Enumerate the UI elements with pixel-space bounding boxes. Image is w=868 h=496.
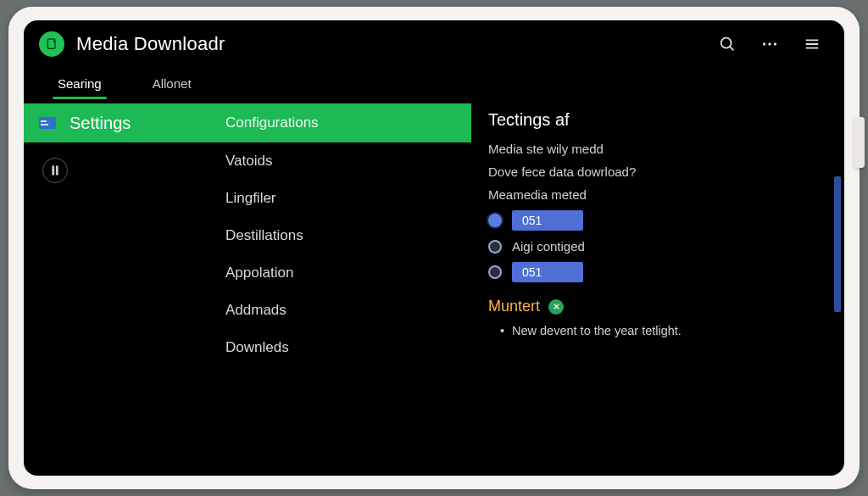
- pause-button[interactable]: [42, 158, 68, 183]
- category-downleds[interactable]: Downleds: [209, 329, 471, 366]
- menu-button[interactable]: [800, 32, 824, 56]
- category-addmads[interactable]: Addmads: [209, 292, 471, 329]
- svg-rect-7: [41, 124, 48, 125]
- tab-allonet[interactable]: Allonet: [153, 76, 192, 91]
- radio-empty-icon: [488, 240, 502, 254]
- hamburger-icon: [803, 35, 821, 53]
- option-label: Aigi contiged: [512, 239, 585, 254]
- tab-searing[interactable]: Searing: [58, 76, 102, 91]
- panel-bullet: New devent to the year tetlight.: [488, 324, 827, 337]
- x-icon: [552, 302, 561, 311]
- subheading-label: Muntert: [488, 298, 540, 315]
- panel-line: Media ste wily medd: [488, 142, 827, 156]
- svg-point-3: [768, 42, 771, 45]
- category-label: Addmads: [225, 302, 287, 319]
- radio-empty-icon: [488, 265, 502, 279]
- category-label: Lingfiler: [225, 190, 276, 207]
- category-label: Configurations: [225, 114, 319, 131]
- panel-title: Tectings af: [488, 110, 827, 130]
- sidebar: Settings: [24, 98, 209, 476]
- category-label: Downleds: [225, 339, 289, 356]
- category-label: Vatoids: [225, 153, 272, 170]
- app-screen: Media Downloadr: [24, 20, 844, 476]
- category-label: Destillations: [225, 227, 303, 244]
- category-list: Configurations Vatoids Lingfiler Destill…: [209, 98, 471, 476]
- category-appolation[interactable]: Appolation: [209, 254, 471, 292]
- body: Settings Configurations Vatoids Lingfile…: [24, 98, 844, 476]
- settings-card-icon: [37, 114, 58, 132]
- option-row[interactable]: Aigi contiged: [488, 239, 827, 254]
- tab-label: Searing: [58, 76, 102, 91]
- svg-point-4: [774, 42, 776, 45]
- device-frame: Media Downloadr: [8, 7, 860, 489]
- category-vatoids[interactable]: Vatoids: [209, 142, 471, 180]
- scrollbar-thumb[interactable]: [834, 176, 841, 312]
- pause-icon: [46, 161, 64, 180]
- tab-label: Allonet: [153, 76, 192, 91]
- more-horizontal-icon: [760, 35, 779, 53]
- close-badge[interactable]: [548, 299, 564, 315]
- more-button[interactable]: [758, 32, 782, 56]
- app-bar-actions: [715, 32, 824, 56]
- category-configurations[interactable]: Configurations: [209, 103, 471, 142]
- radio-selected-icon: [488, 214, 502, 227]
- category-destillations[interactable]: Destillations: [209, 217, 471, 254]
- svg-rect-8: [52, 166, 54, 176]
- option-row[interactable]: 051: [488, 262, 827, 282]
- settings-panel: Tectings af Media ste wily medd Dove fec…: [471, 98, 844, 476]
- app-bar: Media Downloadr: [24, 20, 844, 68]
- category-lingfiler[interactable]: Lingfiler: [209, 180, 471, 217]
- panel-line: Meamedia meted: [488, 187, 827, 202]
- svg-rect-9: [56, 166, 58, 176]
- search-button[interactable]: [715, 32, 739, 56]
- note-icon: [45, 37, 58, 51]
- sidebar-item-label: Settings: [70, 114, 131, 133]
- scrollbar[interactable]: [834, 176, 841, 450]
- app-title: Media Downloadr: [76, 33, 704, 55]
- app-logo: [39, 31, 64, 57]
- category-label: Appolation: [225, 265, 293, 281]
- svg-rect-6: [41, 120, 47, 122]
- search-icon: [718, 35, 737, 53]
- tab-strip: Searing Allonet: [24, 68, 844, 98]
- value-chip: 051: [512, 210, 583, 231]
- value-chip: 051: [512, 262, 583, 282]
- option-row[interactable]: 051: [488, 210, 827, 231]
- svg-point-2: [763, 42, 765, 45]
- svg-rect-5: [39, 117, 56, 129]
- panel-line: Dove fece data dowrload?: [488, 164, 827, 179]
- svg-point-1: [721, 38, 732, 48]
- panel-subheading: Muntert: [488, 298, 827, 315]
- sidebar-item-settings[interactable]: Settings: [24, 103, 209, 142]
- device-side-button: [854, 117, 865, 168]
